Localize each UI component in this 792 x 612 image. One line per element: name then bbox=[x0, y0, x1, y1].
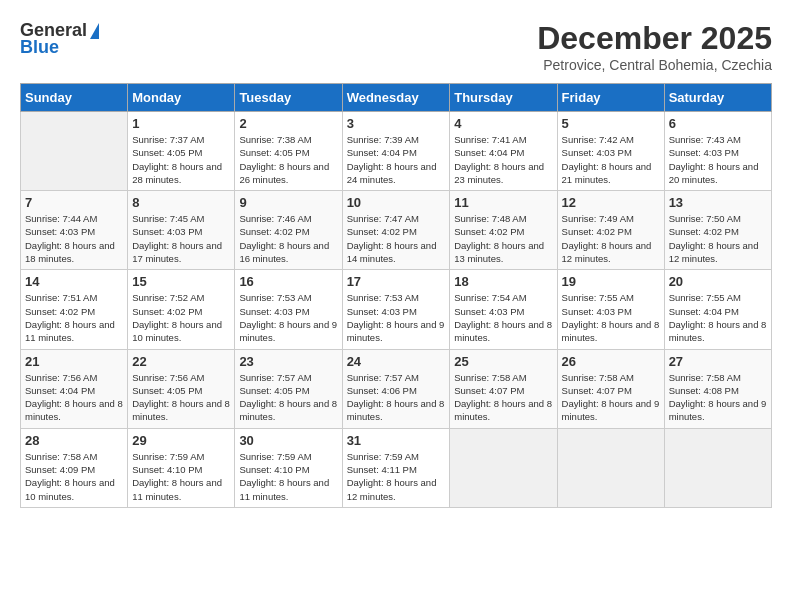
day-number: 18 bbox=[454, 274, 552, 289]
day-number: 7 bbox=[25, 195, 123, 210]
day-number: 2 bbox=[239, 116, 337, 131]
calendar-cell bbox=[21, 112, 128, 191]
day-info: Sunrise: 7:51 AMSunset: 4:02 PMDaylight:… bbox=[25, 291, 123, 344]
calendar-cell: 23Sunrise: 7:57 AMSunset: 4:05 PMDayligh… bbox=[235, 349, 342, 428]
day-info: Sunrise: 7:37 AMSunset: 4:05 PMDaylight:… bbox=[132, 133, 230, 186]
calendar-cell: 4Sunrise: 7:41 AMSunset: 4:04 PMDaylight… bbox=[450, 112, 557, 191]
logo: General Blue bbox=[20, 20, 99, 58]
day-header-saturday: Saturday bbox=[664, 84, 771, 112]
calendar-cell bbox=[557, 428, 664, 507]
day-info: Sunrise: 7:56 AMSunset: 4:04 PMDaylight:… bbox=[25, 371, 123, 424]
title-block: December 2025 Petrovice, Central Bohemia… bbox=[537, 20, 772, 73]
calendar-cell: 3Sunrise: 7:39 AMSunset: 4:04 PMDaylight… bbox=[342, 112, 450, 191]
calendar-cell: 22Sunrise: 7:56 AMSunset: 4:05 PMDayligh… bbox=[128, 349, 235, 428]
calendar-cell: 28Sunrise: 7:58 AMSunset: 4:09 PMDayligh… bbox=[21, 428, 128, 507]
day-info: Sunrise: 7:49 AMSunset: 4:02 PMDaylight:… bbox=[562, 212, 660, 265]
calendar-table: SundayMondayTuesdayWednesdayThursdayFrid… bbox=[20, 83, 772, 508]
calendar-cell: 24Sunrise: 7:57 AMSunset: 4:06 PMDayligh… bbox=[342, 349, 450, 428]
day-number: 16 bbox=[239, 274, 337, 289]
day-number: 30 bbox=[239, 433, 337, 448]
day-info: Sunrise: 7:47 AMSunset: 4:02 PMDaylight:… bbox=[347, 212, 446, 265]
day-header-thursday: Thursday bbox=[450, 84, 557, 112]
day-number: 9 bbox=[239, 195, 337, 210]
calendar-cell: 31Sunrise: 7:59 AMSunset: 4:11 PMDayligh… bbox=[342, 428, 450, 507]
day-number: 13 bbox=[669, 195, 767, 210]
logo-icon bbox=[90, 23, 99, 39]
calendar-cell: 26Sunrise: 7:58 AMSunset: 4:07 PMDayligh… bbox=[557, 349, 664, 428]
day-number: 12 bbox=[562, 195, 660, 210]
day-number: 4 bbox=[454, 116, 552, 131]
day-info: Sunrise: 7:56 AMSunset: 4:05 PMDaylight:… bbox=[132, 371, 230, 424]
calendar-cell: 9Sunrise: 7:46 AMSunset: 4:02 PMDaylight… bbox=[235, 191, 342, 270]
day-info: Sunrise: 7:58 AMSunset: 4:08 PMDaylight:… bbox=[669, 371, 767, 424]
calendar-cell: 30Sunrise: 7:59 AMSunset: 4:10 PMDayligh… bbox=[235, 428, 342, 507]
day-number: 15 bbox=[132, 274, 230, 289]
day-info: Sunrise: 7:41 AMSunset: 4:04 PMDaylight:… bbox=[454, 133, 552, 186]
day-number: 23 bbox=[239, 354, 337, 369]
day-number: 5 bbox=[562, 116, 660, 131]
day-info: Sunrise: 7:42 AMSunset: 4:03 PMDaylight:… bbox=[562, 133, 660, 186]
day-number: 6 bbox=[669, 116, 767, 131]
calendar-header-row: SundayMondayTuesdayWednesdayThursdayFrid… bbox=[21, 84, 772, 112]
calendar-week-row: 1Sunrise: 7:37 AMSunset: 4:05 PMDaylight… bbox=[21, 112, 772, 191]
day-info: Sunrise: 7:59 AMSunset: 4:10 PMDaylight:… bbox=[239, 450, 337, 503]
day-info: Sunrise: 7:44 AMSunset: 4:03 PMDaylight:… bbox=[25, 212, 123, 265]
calendar-cell: 12Sunrise: 7:49 AMSunset: 4:02 PMDayligh… bbox=[557, 191, 664, 270]
day-number: 11 bbox=[454, 195, 552, 210]
day-header-wednesday: Wednesday bbox=[342, 84, 450, 112]
day-number: 14 bbox=[25, 274, 123, 289]
calendar-cell: 2Sunrise: 7:38 AMSunset: 4:05 PMDaylight… bbox=[235, 112, 342, 191]
day-number: 20 bbox=[669, 274, 767, 289]
calendar-cell: 25Sunrise: 7:58 AMSunset: 4:07 PMDayligh… bbox=[450, 349, 557, 428]
month-title: December 2025 bbox=[537, 20, 772, 57]
day-number: 17 bbox=[347, 274, 446, 289]
day-info: Sunrise: 7:53 AMSunset: 4:03 PMDaylight:… bbox=[347, 291, 446, 344]
day-info: Sunrise: 7:57 AMSunset: 4:06 PMDaylight:… bbox=[347, 371, 446, 424]
day-number: 21 bbox=[25, 354, 123, 369]
calendar-week-row: 14Sunrise: 7:51 AMSunset: 4:02 PMDayligh… bbox=[21, 270, 772, 349]
calendar-cell: 15Sunrise: 7:52 AMSunset: 4:02 PMDayligh… bbox=[128, 270, 235, 349]
calendar-cell: 20Sunrise: 7:55 AMSunset: 4:04 PMDayligh… bbox=[664, 270, 771, 349]
calendar-cell: 6Sunrise: 7:43 AMSunset: 4:03 PMDaylight… bbox=[664, 112, 771, 191]
day-number: 1 bbox=[132, 116, 230, 131]
day-number: 3 bbox=[347, 116, 446, 131]
day-info: Sunrise: 7:58 AMSunset: 4:09 PMDaylight:… bbox=[25, 450, 123, 503]
day-number: 29 bbox=[132, 433, 230, 448]
day-number: 22 bbox=[132, 354, 230, 369]
day-number: 31 bbox=[347, 433, 446, 448]
location-text: Petrovice, Central Bohemia, Czechia bbox=[537, 57, 772, 73]
logo-blue-text: Blue bbox=[20, 37, 59, 58]
calendar-body: 1Sunrise: 7:37 AMSunset: 4:05 PMDaylight… bbox=[21, 112, 772, 508]
calendar-cell: 8Sunrise: 7:45 AMSunset: 4:03 PMDaylight… bbox=[128, 191, 235, 270]
day-header-sunday: Sunday bbox=[21, 84, 128, 112]
calendar-week-row: 28Sunrise: 7:58 AMSunset: 4:09 PMDayligh… bbox=[21, 428, 772, 507]
day-number: 24 bbox=[347, 354, 446, 369]
calendar-cell: 16Sunrise: 7:53 AMSunset: 4:03 PMDayligh… bbox=[235, 270, 342, 349]
calendar-cell: 10Sunrise: 7:47 AMSunset: 4:02 PMDayligh… bbox=[342, 191, 450, 270]
calendar-cell: 7Sunrise: 7:44 AMSunset: 4:03 PMDaylight… bbox=[21, 191, 128, 270]
calendar-cell bbox=[450, 428, 557, 507]
calendar-cell: 17Sunrise: 7:53 AMSunset: 4:03 PMDayligh… bbox=[342, 270, 450, 349]
calendar-cell bbox=[664, 428, 771, 507]
calendar-cell: 29Sunrise: 7:59 AMSunset: 4:10 PMDayligh… bbox=[128, 428, 235, 507]
calendar-week-row: 21Sunrise: 7:56 AMSunset: 4:04 PMDayligh… bbox=[21, 349, 772, 428]
calendar-cell: 18Sunrise: 7:54 AMSunset: 4:03 PMDayligh… bbox=[450, 270, 557, 349]
day-header-friday: Friday bbox=[557, 84, 664, 112]
day-info: Sunrise: 7:55 AMSunset: 4:04 PMDaylight:… bbox=[669, 291, 767, 344]
day-info: Sunrise: 7:58 AMSunset: 4:07 PMDaylight:… bbox=[454, 371, 552, 424]
day-header-monday: Monday bbox=[128, 84, 235, 112]
calendar-cell: 5Sunrise: 7:42 AMSunset: 4:03 PMDaylight… bbox=[557, 112, 664, 191]
day-header-tuesday: Tuesday bbox=[235, 84, 342, 112]
day-info: Sunrise: 7:57 AMSunset: 4:05 PMDaylight:… bbox=[239, 371, 337, 424]
calendar-cell: 13Sunrise: 7:50 AMSunset: 4:02 PMDayligh… bbox=[664, 191, 771, 270]
calendar-cell: 1Sunrise: 7:37 AMSunset: 4:05 PMDaylight… bbox=[128, 112, 235, 191]
day-number: 10 bbox=[347, 195, 446, 210]
day-number: 26 bbox=[562, 354, 660, 369]
day-info: Sunrise: 7:53 AMSunset: 4:03 PMDaylight:… bbox=[239, 291, 337, 344]
day-info: Sunrise: 7:48 AMSunset: 4:02 PMDaylight:… bbox=[454, 212, 552, 265]
calendar-cell: 14Sunrise: 7:51 AMSunset: 4:02 PMDayligh… bbox=[21, 270, 128, 349]
calendar-cell: 21Sunrise: 7:56 AMSunset: 4:04 PMDayligh… bbox=[21, 349, 128, 428]
day-number: 8 bbox=[132, 195, 230, 210]
calendar-cell: 27Sunrise: 7:58 AMSunset: 4:08 PMDayligh… bbox=[664, 349, 771, 428]
calendar-week-row: 7Sunrise: 7:44 AMSunset: 4:03 PMDaylight… bbox=[21, 191, 772, 270]
